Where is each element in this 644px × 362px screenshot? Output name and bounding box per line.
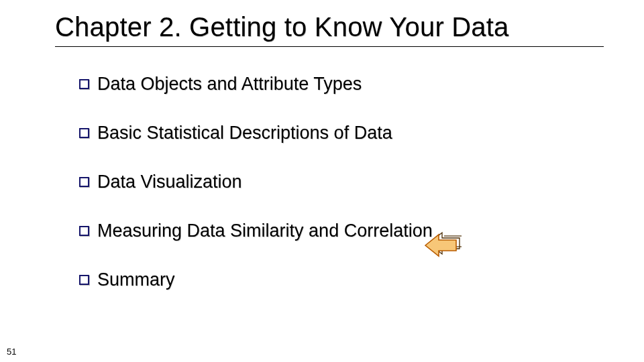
page-number: 51 (7, 347, 16, 357)
list-item-label: Measuring Data Similarity and Correlatio… (97, 221, 433, 241)
pointer-arrow-icon (421, 227, 462, 260)
slide: Chapter 2. Getting to Know Your Data Dat… (0, 0, 644, 362)
outline-list: Data Objects and Attribute Types Basic S… (79, 74, 537, 318)
slide-title: Chapter 2. Getting to Know Your Data (55, 12, 604, 47)
square-bullet-icon (79, 128, 89, 138)
square-bullet-icon (79, 275, 89, 285)
square-bullet-icon (79, 226, 89, 236)
list-item-label: Data Objects and Attribute Types (97, 74, 362, 95)
list-item-label: Data Visualization (97, 172, 242, 192)
square-bullet-icon (79, 79, 89, 89)
square-bullet-icon (79, 177, 89, 187)
list-item-label: Basic Statistical Descriptions of Data (97, 123, 392, 143)
list-item: Data Objects and Attribute Types (79, 74, 537, 95)
list-item: Basic Statistical Descriptions of Data (79, 123, 537, 143)
list-item-label: Summary (97, 269, 175, 290)
list-item: Measuring Data Similarity and Correlatio… (79, 221, 537, 241)
list-item: Data Visualization (79, 172, 537, 192)
list-item: Summary (79, 269, 537, 290)
